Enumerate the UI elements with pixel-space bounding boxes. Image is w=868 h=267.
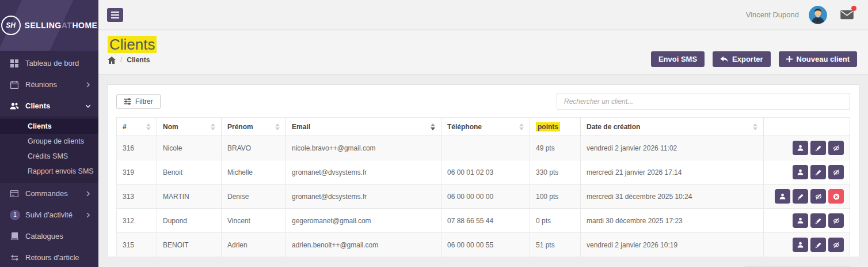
column-label-highlighted: points <box>536 122 560 131</box>
sort-icon <box>206 123 215 130</box>
eye-slash-icon <box>832 145 840 152</box>
sidebar-item-retours-article[interactable]: Retours d'article <box>0 247 98 267</box>
sort-icon <box>515 123 524 130</box>
hamburger-icon <box>111 12 119 13</box>
submenu-item-rapport-envois-sms[interactable]: Rapport envois SMS <box>0 164 98 179</box>
edit-client-button[interactable] <box>810 238 826 252</box>
table-row: 313 MARTIN Denise gromanet@dcsystems.fr … <box>117 185 850 209</box>
eye-slash-icon <box>832 242 840 249</box>
contact-client-button[interactable] <box>793 213 808 228</box>
sidebar-item-tableau-de-bord[interactable]: Tableau de bord <box>0 52 98 74</box>
pencil-icon <box>815 242 822 249</box>
hamburger-icon-line <box>111 17 119 18</box>
hide-client-button[interactable] <box>810 189 826 204</box>
topbar: Vincent Dupond <box>98 0 868 30</box>
column-label: Prénom <box>227 123 253 131</box>
column-header-prenom[interactable]: Prénom <box>222 118 286 136</box>
sidebar-item-reunions[interactable]: Réunions <box>0 74 98 95</box>
chevron-down-icon <box>86 104 90 108</box>
sidebar-toggle-button[interactable] <box>107 8 123 22</box>
hide-client-button[interactable] <box>828 238 844 252</box>
edit-client-button[interactable] <box>810 141 826 155</box>
brand-name-home: HOME <box>72 21 97 30</box>
submenu-item-clients[interactable]: Clients <box>0 119 98 134</box>
table-row: 315 BENOIT Adrien adrien.benoit++@gmail.… <box>117 233 850 257</box>
cell-id: 316 <box>117 136 157 160</box>
hide-client-button[interactable] <box>828 213 844 228</box>
cell-prenom: Vincent <box>222 209 286 233</box>
sidebar-item-label: Tableau de bord <box>25 59 90 67</box>
contact-client-button[interactable] <box>775 189 790 204</box>
brand-logo[interactable]: SH SELLINGATHOME <box>0 0 98 51</box>
contact-client-button[interactable] <box>793 238 808 252</box>
column-header-actions <box>764 118 850 136</box>
cell-prenom: BRAVO <box>222 136 286 160</box>
cell-nom: MARTIN <box>157 185 222 209</box>
messages-button[interactable] <box>840 9 854 20</box>
cell-id: 312 <box>117 209 157 233</box>
row-actions <box>770 189 844 204</box>
sidebar-item-commandes[interactable]: Commandes <box>0 183 98 204</box>
sort-icon <box>142 123 151 130</box>
user-avatar[interactable] <box>809 6 827 24</box>
column-label: # <box>123 123 127 131</box>
page-title: Clients <box>108 36 157 53</box>
sidebar-item-catalogues[interactable]: Catalogues <box>0 225 98 247</box>
filter-button[interactable]: Filtrer <box>116 94 161 109</box>
cell-nom: Benoit <box>157 160 222 185</box>
table-row: 316 Nicole BRAVO nicole.bravo++@gmail.co… <box>117 136 850 160</box>
clients-submenu: Clients Groupe de clients Crédits SMS Ra… <box>0 116 98 183</box>
column-header-points[interactable]: points <box>530 118 581 136</box>
submenu-item-label: Rapport envois SMS <box>28 167 94 175</box>
catalog-book-icon <box>10 232 19 241</box>
edit-client-button[interactable] <box>810 165 826 179</box>
search-input[interactable] <box>557 93 850 110</box>
column-header-telephone[interactable]: Téléphone <box>441 118 530 136</box>
page-header-left: Clients / Clients <box>98 31 157 74</box>
cell-date-creation: mercredi 31 décembre 2025 10:24 <box>581 185 764 209</box>
column-header-id[interactable]: # <box>117 118 157 136</box>
contact-client-button[interactable] <box>793 141 808 155</box>
row-actions <box>770 238 844 252</box>
submenu-item-credits-sms[interactable]: Crédits SMS <box>0 149 98 164</box>
hide-client-button[interactable] <box>828 141 844 155</box>
hide-client-button[interactable] <box>828 165 844 179</box>
sidebar-item-label: Commandes <box>25 189 86 198</box>
column-label: Téléphone <box>447 123 482 131</box>
submenu-item-label: Groupe de clients <box>28 137 84 145</box>
main-content: Filtrer # Nom Prénom Email Téléphone poi… <box>98 76 868 267</box>
exporter-label: Exporter <box>732 55 763 63</box>
delete-client-button[interactable] <box>828 189 844 204</box>
submenu-item-groupe-de-clients[interactable]: Groupe de clients <box>0 134 98 149</box>
column-header-email[interactable]: Email <box>286 118 441 136</box>
cell-date-creation: mardi 30 décembre 2025 17:23 <box>581 209 764 233</box>
chevron-right-icon <box>86 213 90 217</box>
sidebar-item-label: Réunions <box>25 80 86 89</box>
home-icon[interactable] <box>108 57 116 64</box>
user-icon <box>797 144 804 152</box>
envelope-icon <box>840 9 854 20</box>
eye-slash-icon <box>832 169 840 176</box>
column-header-nom[interactable]: Nom <box>157 118 222 136</box>
envoi-sms-button[interactable]: Envoi SMS <box>651 51 705 67</box>
exporter-button[interactable]: Exporter <box>713 51 770 67</box>
cell-points: 49 pts <box>530 136 581 160</box>
orders-card-icon <box>10 189 19 198</box>
cell-points: 330 pts <box>530 160 581 185</box>
sidebar-item-suivi-activite[interactable]: 1 Suivi d'activité <box>0 204 98 225</box>
activity-count-badge: 1 <box>10 210 20 220</box>
user-icon <box>779 193 786 200</box>
breadcrumb-separator: / <box>120 56 122 64</box>
cell-nom: Nicole <box>157 136 222 160</box>
users-icon <box>10 101 19 111</box>
contact-client-button[interactable] <box>793 165 808 179</box>
cell-date-creation: vendredi 2 janvier 2026 10:19 <box>581 233 764 257</box>
edit-client-button[interactable] <box>810 213 826 228</box>
user-icon <box>797 168 804 176</box>
column-header-date-creation[interactable]: Date de création <box>581 118 764 136</box>
sidebar-item-clients[interactable]: Clients <box>0 95 98 116</box>
edit-client-button[interactable] <box>793 189 808 204</box>
nouveau-client-button[interactable]: Nouveau client <box>779 51 857 67</box>
cell-email: nicole.bravo++@gmail.com <box>286 136 441 160</box>
envoi-sms-label: Envoi SMS <box>658 55 697 63</box>
